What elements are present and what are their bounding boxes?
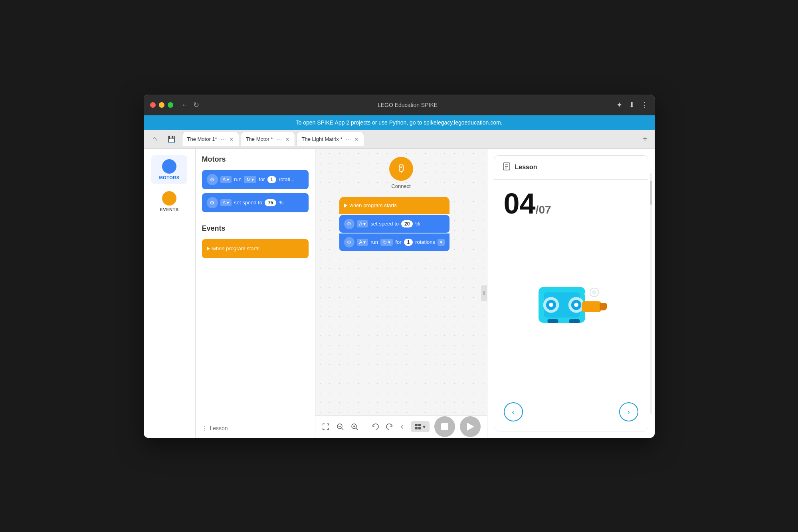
motor-speed-block[interactable]: ⚙ A ▾ set speed to 75 % [202, 193, 309, 212]
maximize-button[interactable] [168, 102, 173, 108]
lesson-page-current: 04 [504, 188, 536, 220]
tabbar: ⌂ 💾 The Motor 1* ⋯ ✕ The Motor * ⋯ ✕ The… [144, 130, 655, 149]
when-starts-label: when program starts [212, 245, 260, 251]
events-label: EVENTS [160, 207, 178, 212]
sidebar-item-motors[interactable]: MOTORS [151, 155, 187, 184]
motor-port-dropdown[interactable]: A ▾ [220, 176, 232, 183]
grid-view-button[interactable]: ▾ [411, 421, 430, 432]
tab-motor-menu[interactable]: ⋯ [276, 136, 282, 142]
events-dot [162, 191, 176, 206]
tab-lightmatrix-label: The Light Matrix * [302, 136, 343, 142]
svg-rect-30 [548, 319, 558, 323]
fit-screen-button[interactable] [322, 419, 330, 434]
sidebar-item-events[interactable]: EVENTS [151, 187, 187, 216]
lesson-prev-button[interactable]: ‹ [504, 402, 523, 421]
tab-lightmatrix-close[interactable]: ✕ [354, 136, 359, 142]
lesson-header-icon [502, 162, 511, 173]
play-button[interactable] [460, 416, 481, 437]
collapse-panel-button[interactable]: ‖ [481, 285, 487, 301]
tab-motor1-label: The Motor 1* [187, 136, 217, 142]
nav-buttons: ← ↻ [181, 101, 199, 109]
canvas-set-speed-block[interactable]: ⚙ A ▾ set speed to 20 % [339, 215, 450, 233]
canvas-when-starts-label: when program starts [350, 202, 397, 208]
code-block-group: when program starts ⚙ A ▾ set speed to 2… [339, 197, 450, 251]
motor-direction-dropdown[interactable]: ↻ ▾ [244, 176, 256, 183]
connect-icon-circle [389, 157, 413, 181]
connect-label: Connect [391, 183, 410, 189]
svg-rect-26 [582, 301, 602, 312]
zoom-out-button[interactable] [336, 419, 344, 434]
svg-point-29 [592, 290, 596, 295]
motors-section-title: Motors [202, 155, 309, 164]
reload-button[interactable]: ↻ [193, 101, 199, 109]
canvas-speed-port-dropdown[interactable]: A ▾ [357, 220, 368, 227]
app-window: ← ↻ LEGO Education SPIKE ✦ ⬇ ⋮ To open S… [144, 95, 655, 438]
svg-line-9 [356, 428, 358, 430]
lesson-footer[interactable]: ⋮ Lesson [202, 420, 309, 431]
info-banner: To open SPIKE App 2 projects or use Pyth… [144, 115, 655, 130]
stop-button[interactable] [434, 416, 455, 437]
add-tab-button[interactable]: + [639, 133, 651, 145]
svg-point-25 [574, 303, 578, 307]
stop-icon [441, 423, 448, 430]
connect-button[interactable]: Connect [389, 157, 413, 189]
lesson-panel: ‖ Lesson 04/07 [487, 149, 655, 438]
tab-lightmatrix[interactable]: The Light Matrix * ⋯ ✕ [297, 132, 364, 146]
puzzle-icon[interactable]: ✦ [616, 101, 622, 109]
main-content: MOTORS EVENTS Motors ⚙ A ▾ run ↻ ▾ for 1… [144, 149, 655, 438]
lesson-page-total: /07 [536, 204, 551, 216]
svg-rect-10 [415, 424, 418, 426]
events-section-title: Events [202, 224, 309, 233]
back-nav-button[interactable]: ← [181, 101, 188, 109]
canvas-run-icon: ⚙ [344, 237, 354, 247]
svg-line-5 [342, 428, 343, 430]
canvas-area: Connect when program starts ⚙ A ▾ [315, 149, 487, 438]
canvas-play-icon [344, 204, 347, 208]
minimize-button[interactable] [159, 102, 164, 108]
motor-run-icon: ⚙ [207, 174, 218, 185]
when-program-starts-block[interactable]: when program starts [202, 239, 309, 258]
canvas-rotations-label: rotations [415, 239, 435, 245]
tab-motor-label: The Motor * [246, 136, 273, 142]
home-tab-button[interactable]: ⌂ [147, 132, 163, 146]
canvas-run-dir-dropdown[interactable]: ↻ ▾ [380, 239, 393, 246]
lesson-image-area [504, 218, 638, 399]
tab-motor1-menu[interactable]: ⋯ [220, 136, 226, 142]
redo-button[interactable] [386, 419, 394, 434]
canvas-speed-value[interactable]: 20 [401, 220, 413, 227]
canvas-run-port-dropdown[interactable]: A ▾ [357, 239, 368, 246]
lesson-next-button[interactable]: › [619, 402, 638, 421]
motor-run-block[interactable]: ⚙ A ▾ run ↻ ▾ for 1 rotati... [202, 170, 309, 189]
canvas-run-value[interactable]: 1 [404, 239, 413, 246]
blocks-panel: Motors ⚙ A ▾ run ↻ ▾ for 1 rotati... ⚙ A… [196, 149, 315, 438]
sidebar: MOTORS EVENTS [144, 149, 196, 438]
undo-button[interactable] [371, 419, 379, 434]
chevron-left-icon: ‹ [512, 407, 515, 416]
save-button[interactable]: 💾 [164, 132, 179, 146]
svg-point-22 [549, 303, 553, 307]
canvas-content[interactable]: Connect when program starts ⚙ A ▾ [315, 149, 487, 415]
grid-chevron-icon: ▾ [423, 423, 426, 430]
lesson-footer-label: Lesson [210, 425, 228, 431]
canvas-unit-dropdown[interactable]: ▾ [438, 239, 445, 246]
tab-motor[interactable]: The Motor * ⋯ ✕ [241, 132, 295, 146]
canvas-when-starts-block[interactable]: when program starts [339, 197, 450, 214]
motor-run-value[interactable]: 1 [267, 176, 277, 183]
back-button[interactable]: ‹ [400, 419, 404, 434]
tab-motor-close[interactable]: ✕ [285, 136, 290, 142]
svg-rect-12 [415, 427, 418, 429]
zoom-in-button[interactable] [350, 419, 358, 434]
tab-lightmatrix-menu[interactable]: ⋯ [345, 136, 351, 142]
tab-motor1-close[interactable]: ✕ [229, 136, 234, 142]
lesson-page-info: 04/07 [504, 189, 638, 218]
canvas-run-block[interactable]: ⚙ A ▾ run ↻ ▾ for 1 rotations ▾ [339, 233, 450, 251]
download-icon[interactable]: ⬇ [629, 101, 635, 109]
lesson-robot-image [519, 273, 623, 344]
menu-icon[interactable]: ⋮ [641, 101, 648, 109]
scrollbar-thumb[interactable] [650, 181, 652, 205]
close-button[interactable] [150, 102, 156, 108]
motor-speed-port-dropdown[interactable]: A ▾ [220, 199, 232, 206]
lesson-header: Lesson [494, 156, 648, 180]
motor-speed-value[interactable]: 75 [265, 199, 276, 206]
tab-motor1[interactable]: The Motor 1* ⋯ ✕ [182, 132, 239, 146]
